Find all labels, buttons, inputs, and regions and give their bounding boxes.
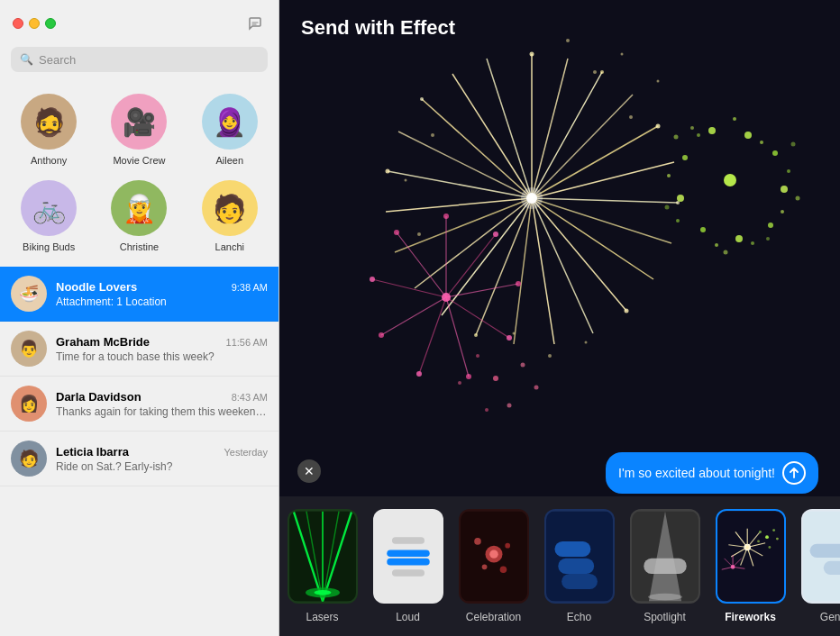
avatar-biking-buds: 🚲: [21, 180, 77, 236]
pinned-contact-biking-buds[interactable]: 🚲 Biking Buds: [4, 173, 94, 259]
svg-point-92: [417, 232, 421, 236]
svg-point-79: [521, 363, 525, 368]
conversation-darla-davidson[interactable]: 👩 Darla Davidson 8:43 AM Thanks again fo…: [0, 377, 278, 432]
svg-point-82: [458, 381, 461, 385]
svg-point-77: [690, 126, 694, 130]
conversation-graham-mcbride[interactable]: 👨 Graham McBride 11:56 AM Time for a tou…: [0, 322, 278, 377]
minimize-button[interactable]: [29, 18, 40, 29]
pinned-contact-lanchi[interactable]: 🧑 Lanchi: [185, 173, 275, 259]
svg-rect-124: [717, 512, 784, 602]
contact-name-biking-buds: Biking Buds: [23, 241, 75, 252]
svg-point-70: [733, 117, 736, 121]
close-button[interactable]: [13, 18, 23, 29]
pinned-contact-christine[interactable]: 🧝 Christine: [94, 173, 184, 259]
effect-spotlight[interactable]: Spotlight: [622, 505, 708, 627]
message-bubble-text: I'm so excited about tonight!: [618, 466, 775, 480]
effect-label-spotlight: Spotlight: [644, 611, 686, 623]
svg-rect-108: [391, 569, 424, 577]
svg-point-145: [757, 540, 760, 542]
svg-point-61: [708, 127, 716, 134]
search-icon: 🔍: [20, 53, 33, 66]
effects-strip: Lasers Loud: [279, 496, 840, 636]
effect-loud[interactable]: Loud: [365, 505, 451, 627]
search-bar[interactable]: 🔍 Search: [11, 47, 268, 72]
effect-lasers[interactable]: Lasers: [279, 505, 365, 627]
svg-line-6: [532, 198, 678, 203]
msg-preview-leticia: Ride on Sat.? Early-ish?: [56, 460, 268, 473]
svg-line-5: [532, 162, 674, 198]
svg-point-113: [505, 543, 510, 549]
svg-line-3: [532, 95, 633, 198]
svg-point-87: [566, 39, 570, 42]
avatar-graham: 👨: [11, 331, 47, 367]
effect-celebration[interactable]: Celebration: [451, 505, 536, 627]
svg-line-17: [386, 198, 532, 212]
svg-line-19: [398, 132, 532, 198]
avatar-darla: 👩: [11, 386, 47, 422]
avatar-aileen: 🧕: [202, 94, 258, 150]
send-with-effect-header: Send with Effect: [279, 0, 477, 40]
avatar-movie-crew: 🎥: [111, 94, 167, 150]
conversation-noodle-lovers[interactable]: 🍜 Noodle Lovers 9:38 AM Attachment: 1 Lo…: [0, 267, 278, 322]
svg-point-93: [585, 341, 588, 344]
svg-rect-118: [558, 559, 594, 574]
svg-point-62: [760, 141, 763, 144]
svg-line-2: [532, 72, 602, 198]
svg-rect-105: [387, 550, 429, 557]
svg-rect-107: [391, 537, 424, 544]
msg-name-noodle: Noodle Lovers: [56, 280, 137, 294]
svg-point-56: [768, 223, 773, 228]
svg-point-52: [724, 174, 736, 186]
svg-point-30: [474, 333, 478, 337]
svg-rect-148: [809, 544, 840, 558]
effect-thumb-spotlight: [630, 509, 700, 604]
effect-label-echo: Echo: [567, 611, 591, 623]
contact-name-movie-crew: Movie Crew: [113, 155, 165, 166]
svg-point-141: [765, 535, 769, 539]
effect-echo[interactable]: Echo: [536, 505, 622, 627]
message-bubble: I'm so excited about tonight!: [606, 452, 818, 494]
main-content-area: Send with Effect: [279, 0, 840, 636]
svg-point-88: [657, 80, 660, 83]
pinned-contact-anthony[interactable]: 🧔 Anthony: [4, 86, 94, 173]
svg-point-69: [697, 133, 700, 137]
avatar-anthony: 🧔: [21, 94, 77, 150]
msg-name-graham: Graham McBride: [56, 335, 150, 349]
svg-point-84: [485, 408, 488, 412]
svg-point-74: [665, 205, 670, 210]
maximize-button[interactable]: [45, 18, 56, 29]
effect-gentle[interactable]: Gentle: [793, 505, 840, 627]
svg-line-44: [446, 234, 496, 297]
svg-point-29: [625, 309, 629, 313]
svg-point-26: [600, 70, 604, 74]
svg-point-112: [474, 538, 481, 545]
effect-fireworks[interactable]: Fireworks: [708, 505, 793, 627]
fireworks-background: [279, 0, 840, 504]
svg-point-63: [787, 169, 790, 173]
pinned-contact-aileen[interactable]: 🧕 Aileen: [185, 86, 275, 173]
effect-label-celebration: Celebration: [466, 611, 521, 623]
svg-point-71: [796, 196, 800, 201]
svg-line-18: [388, 171, 532, 198]
msg-time-leticia: Yesterday: [224, 447, 268, 458]
effect-thumb-fireworks: [716, 509, 786, 604]
effect-label-loud: Loud: [396, 611, 420, 623]
effect-thumb-celebration: [459, 509, 529, 604]
svg-point-144: [759, 531, 762, 533]
svg-point-111: [489, 550, 498, 558]
avatar-noodle-lovers: 🍜: [11, 276, 47, 312]
svg-point-55: [781, 186, 788, 193]
svg-point-27: [656, 124, 661, 129]
effect-thumb-gentle: [801, 509, 841, 604]
svg-point-66: [715, 243, 718, 247]
svg-point-85: [593, 70, 597, 74]
send-button[interactable]: [782, 461, 806, 485]
dismiss-effect-button[interactable]: ✕: [297, 459, 321, 483]
svg-line-49: [381, 297, 446, 335]
pinned-contact-movie-crew[interactable]: 🎥 Movie Crew: [94, 86, 184, 173]
effect-label-fireworks: Fireworks: [725, 611, 776, 623]
compose-button[interactable]: [244, 13, 266, 34]
conversation-leticia-ibarra[interactable]: 🧑 Leticia Ibarra Yesterday Ride on Sat.?…: [0, 432, 278, 486]
msg-preview-graham: Time for a touch base this week?: [56, 350, 268, 363]
svg-point-32: [420, 97, 424, 101]
